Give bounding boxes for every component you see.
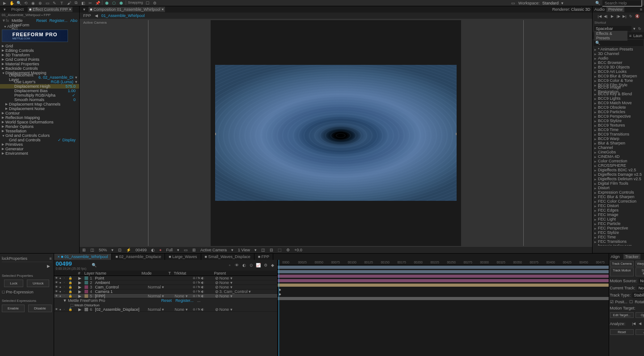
effect-controls-tab[interactable]: ■ Effect Controls FPP × [28,7,72,12]
ep-item[interactable]: ▶BCC9 Blur & Sharpen [593,74,644,78]
composition-viewer[interactable]: Active Camera ✦ [80,19,592,247]
tree-item-displacement-bias[interactable]: Displacement Bias1.00 [0,89,79,93]
tracker-apply-button[interactable]: Apply [636,329,644,335]
ep-item[interactable]: ▶BCC9 Obsolete [593,105,644,110]
selection-tool-icon[interactable]: ▶ [2,0,7,6]
mask-icon[interactable]: ◫ [89,248,95,252]
ep-item[interactable]: ▶BCC9 Color & Tone [593,78,644,83]
ep-item[interactable]: ▶BCC9 Image Restoration [593,87,644,92]
preview-tab[interactable]: Preview [606,7,624,12]
layer-bar[interactable] [278,279,609,283]
play-icon[interactable]: ▶ [610,14,614,19]
tree-item-reflection-mapping[interactable]: ▶Reflection Mapping [0,115,79,120]
local-axis-icon[interactable]: ⬢ [104,0,110,6]
layer-bar[interactable] [278,297,609,301]
transparency-icon[interactable]: ⊞ [191,248,197,252]
tracker-reset-button[interactable]: Reset [610,329,634,335]
panel-menu-icon[interactable]: ▾ [2,7,7,12]
mute-icon[interactable]: 🔇 [635,14,640,19]
tree-item-generator[interactable]: ▶Generator [0,147,79,151]
ep-item[interactable]: ▶BCC9 Time [593,127,644,132]
ep-item[interactable]: ▶Digieffects Delirium v2.5 [593,177,644,181]
motion-blur-icon[interactable]: ⊙ [249,263,254,268]
alpha-icon[interactable]: ◐ [150,248,156,252]
type-tool-icon[interactable]: T [59,0,64,6]
exposure-value[interactable]: +0.0 [293,248,303,252]
rotate-tool-icon[interactable]: ⟲ [23,0,29,6]
comp-menu-icon[interactable]: ▾ [81,7,87,12]
ep-item[interactable]: ▶BCC9 Lights [593,96,644,101]
timeline-tab[interactable]: ■ 02_Assemble_Displace [112,254,165,260]
renderer-value[interactable]: Classic 3D [571,7,590,12]
track-type-dropdown[interactable]: Stabilize [632,292,644,298]
ep-item[interactable]: ▶FEC Light [593,217,644,221]
hand-tool-icon[interactable]: ✋ [9,0,14,6]
frame-blend-icon[interactable]: ◐ [242,263,247,268]
camera-value[interactable]: Active Camera [199,248,228,252]
tree-item-grid-and-controls[interactable]: Grid and Controls✓ Display [0,138,79,142]
pan-behind-tool-icon[interactable]: ⊕ [38,0,43,6]
tree-item-environment[interactable]: ▶Environment [0,151,79,156]
current-time[interactable]: 00499 [56,260,87,267]
ep-item[interactable]: ▶BCC9 Particles [593,110,644,114]
graph-editor-icon[interactable]: 📈 [256,263,261,268]
disable-button[interactable]: Disable [28,305,52,312]
reset-link[interactable]: Reset [36,18,47,23]
ep-item[interactable]: ▶CineGobs [593,150,644,154]
search-help-input[interactable] [602,0,642,7]
col-trkmat[interactable]: TrkMat [174,271,192,275]
first-frame-icon[interactable]: |◀ [597,14,602,19]
workspace-value[interactable]: Standard [542,1,559,5]
roto-tool-icon[interactable]: ✂ [88,0,93,6]
tree-item-displacement-layer[interactable]: Displacement Layer6. 02_Assemble_Di▾ [0,75,79,80]
warp-stabilizer-button[interactable]: Warp Stabilizer [636,261,644,267]
ep-item[interactable]: ▶BCC9 Warp [593,136,644,141]
next-frame-icon[interactable]: |▶ [616,14,621,19]
tree-item-backside-controls[interactable]: ▶Backside Controls [0,66,79,71]
enable-button[interactable]: Enable [2,305,25,312]
search-layers-icon[interactable]: 🔍 [92,263,97,267]
about-label[interactable]: About [7,24,18,29]
layer-bar[interactable] [278,274,609,279]
ep-item[interactable]: ▶CROSSPHERE [593,163,644,168]
audio-tab[interactable]: Audio [594,7,605,12]
layer-row[interactable]: 👁●·🔒▶4Camera 1⊙ / fx ◐⊘3. Cam_Control ▾ [54,289,277,294]
ep-item[interactable]: ▶FEC Transitions [593,239,644,244]
clone-tool-icon[interactable]: ⧉ [73,0,79,6]
ep-item[interactable]: ▶Audio [593,56,644,60]
timeline-tab[interactable]: ■ Small_Waves_Displace [201,254,254,260]
tree-item-primitives[interactable]: ▶Primitives [0,142,79,147]
ep-item[interactable]: ▶Channel [593,145,644,150]
ep-item[interactable]: ▶Blur & Sharpen [593,141,644,145]
ep-options-icon[interactable]: ≡ [629,34,631,38]
comp-mini-icon[interactable]: ▫ [227,263,233,268]
ep-item[interactable]: ▶Digieffects Damage v2.5 [593,172,644,177]
pre-expression-checkbox[interactable]: ☐ Pre-Expression [2,289,52,295]
ep-item[interactable]: ▶Digital Film Tools [593,181,644,186]
layer-sub-mesh[interactable]: ⬚ Mesh Distortion [54,303,277,307]
snap-options-icon[interactable]: ⚙ [152,0,157,6]
shortcut-reset-icon[interactable]: ↻ [637,26,642,31]
ep-item[interactable]: ▶FEC Color Correction [593,199,644,203]
ep-item[interactable]: ▶BCC9 Textures [593,123,644,127]
ep-item[interactable]: ▶* Animation Presets [593,47,644,51]
camera-tool-icon[interactable]: ◉ [30,0,36,6]
ep-item[interactable]: ▶BCC9 3D Objects [593,65,644,69]
channel-icon[interactable]: ● [158,248,162,252]
ep-item[interactable]: ▶Distort [593,186,644,190]
ep-item[interactable]: ▶FEC Distort [593,203,644,208]
tree-item-render-options[interactable]: ▶Render Options [0,124,79,129]
timecode-icon[interactable]: ⊟ [269,248,274,252]
grid-icon[interactable]: ⊞ [81,248,87,252]
last-frame-icon[interactable]: ▶| [622,14,627,19]
fast-preview-icon[interactable]: ⚡ [125,248,132,252]
col-parent[interactable]: Parent [214,271,250,275]
draft-icon[interactable]: ⚙ [285,248,291,252]
layer-sub-effect[interactable]: ▼ Mettle FreeForm ProResetRegister...... [54,298,277,303]
tree-item-displacement-heigh[interactable]: Displacement Heigh575.0 [0,84,79,89]
laun-tab[interactable]: Laun [633,34,642,38]
ep-item[interactable]: ▶BCC9 Stylize [593,119,644,123]
ep-item[interactable]: ▶BCC9 Perspective [593,114,644,119]
track-motion-button[interactable]: Track Motion [610,267,634,276]
auto-keyframe-icon[interactable]: ◆ [270,263,275,268]
